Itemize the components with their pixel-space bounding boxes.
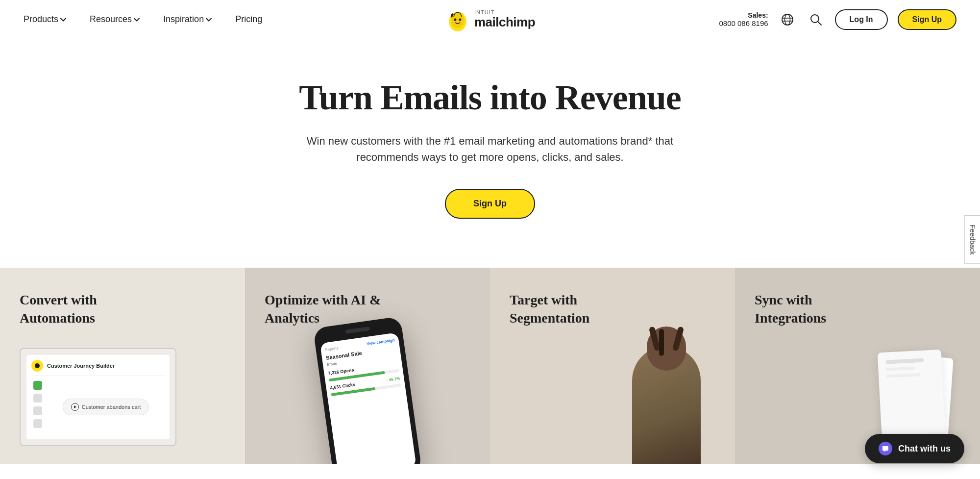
svg-marker-13	[74, 405, 76, 408]
feature-ai-analytics: Optimize with AI & Analytics Reports Vie…	[245, 268, 490, 464]
feature-int-title: Sync with Integrations	[755, 291, 882, 327]
feature-segmentation: Target with Segmentation	[490, 268, 735, 464]
globe-icon-button[interactable]	[778, 10, 797, 29]
feedback-tab[interactable]: Feedback	[964, 215, 980, 264]
nav-left: Products Resources Inspiration Pricing	[24, 14, 262, 25]
person-illustration	[617, 327, 715, 464]
sidebar-dot	[33, 419, 42, 428]
hero-subtitle: Win new customers with the #1 email mark…	[299, 133, 681, 165]
laptop-mockup: Customer Journey Builder	[20, 348, 176, 446]
feature-automations: Convert with Automations Customer Journe…	[0, 268, 245, 464]
hero-title: Turn Emails into Revenue	[299, 78, 681, 117]
nav-item-resources[interactable]: Resources	[90, 14, 140, 25]
login-button[interactable]: Log In	[835, 9, 888, 30]
svg-point-3	[459, 18, 461, 21]
svg-point-6	[782, 14, 793, 25]
chat-bubble-icon	[879, 442, 892, 455]
play-icon	[71, 403, 79, 411]
hero-section: Turn Emails into Revenue Win new custome…	[0, 39, 980, 268]
svg-point-7	[784, 14, 790, 25]
laptop-sidebar-icons	[31, 379, 44, 434]
nav-item-products[interactable]: Products	[24, 14, 66, 25]
navigation: Products Resources Inspiration Pricing	[0, 0, 980, 39]
nav-right: Sales: 0800 086 8196 Log In Sign Up	[719, 9, 956, 30]
chevron-down-icon	[134, 18, 140, 22]
sidebar-dot-active	[33, 381, 42, 390]
person-body	[632, 346, 701, 464]
feature-seg-title: Target with Segmentation	[510, 291, 637, 327]
sidebar-dot	[33, 394, 42, 403]
speech-bubble-icon	[882, 445, 889, 452]
signup-nav-button[interactable]: Sign Up	[898, 9, 956, 30]
sales-info: Sales: 0800 086 8196	[719, 11, 768, 27]
chevron-down-icon	[206, 18, 212, 22]
person-head	[647, 327, 686, 371]
chat-widget[interactable]: Chat with us	[865, 434, 964, 463]
feature-automations-title: Convert with Automations	[20, 291, 147, 327]
nav-item-inspiration[interactable]: Inspiration	[163, 14, 212, 25]
logo-text-block: INTUIT mailchimp	[474, 10, 535, 29]
features-section: Convert with Automations Customer Journe…	[0, 268, 980, 464]
hero-signup-button[interactable]: Sign Up	[445, 189, 535, 219]
chat-label: Chat with us	[898, 444, 951, 454]
svg-line-11	[818, 22, 821, 25]
phone-notch	[345, 327, 370, 334]
laptop-header-text: Customer Journey Builder	[47, 363, 115, 369]
braid-2	[659, 329, 664, 356]
nav-item-pricing[interactable]: Pricing	[235, 14, 262, 25]
logo[interactable]: INTUIT mailchimp	[445, 7, 535, 32]
abandon-badge: Customer abandons cart	[63, 399, 149, 415]
search-icon-button[interactable]	[807, 10, 825, 29]
svg-point-2	[454, 18, 456, 21]
globe-icon	[781, 13, 794, 26]
svg-point-4	[453, 21, 456, 22]
sidebar-dot	[33, 406, 42, 415]
laptop-logo-icon	[31, 360, 43, 372]
doc-sheet-front	[878, 350, 946, 436]
braid-3	[672, 326, 685, 351]
freddie-logo-icon	[445, 7, 470, 32]
phone-screen: Reports View campaign Seasonal Sale Emai…	[320, 332, 416, 464]
phone-mockup: Reports View campaign Seasonal Sale Emai…	[313, 316, 422, 464]
svg-point-5	[460, 21, 463, 22]
svg-point-12	[35, 363, 40, 368]
chevron-down-icon	[60, 18, 66, 22]
search-icon	[809, 13, 822, 26]
